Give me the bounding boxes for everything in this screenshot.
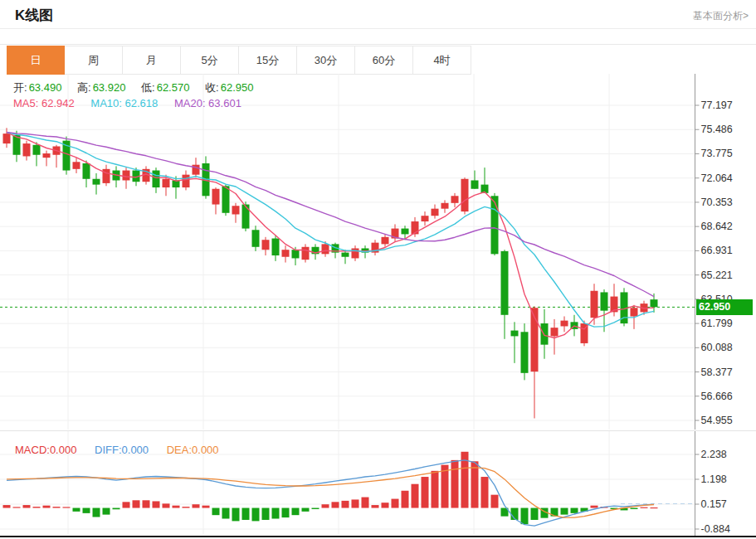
- y-tick-label: 60.088: [701, 342, 733, 353]
- macd-bar: [481, 477, 489, 507]
- ma10-value: MA10: 62.618: [90, 97, 158, 109]
- candle-body: [342, 253, 349, 257]
- macd-bar: [173, 506, 180, 508]
- ma10-line: [7, 133, 654, 328]
- candle-body: [631, 308, 638, 316]
- macd-bar: [312, 508, 319, 509]
- macd-bar: [282, 508, 290, 518]
- macd-bar: [432, 471, 439, 508]
- kline-chart-area[interactable]: 77.19775.48673.77572.06470.35368.64266.9…: [0, 0, 756, 539]
- ma20-line: [7, 133, 654, 297]
- macd-bar: [262, 508, 270, 520]
- macd-bar: [561, 508, 568, 515]
- macd-y-tick-label: 1.198: [701, 473, 727, 485]
- y-tick-label: 77.197: [701, 100, 733, 111]
- macd-bar: [591, 506, 598, 508]
- dea-value: DEA:0.000: [167, 444, 219, 456]
- candle-body: [491, 196, 499, 254]
- macd-bar: [412, 484, 419, 508]
- candle-body: [471, 180, 479, 188]
- ma20-value: MA20: 63.601: [174, 97, 241, 109]
- y-tick-label: 56.666: [701, 391, 733, 402]
- candle-body: [262, 240, 270, 250]
- macd-bar: [362, 498, 369, 508]
- macd-bar: [641, 507, 648, 508]
- macd-bar: [521, 508, 529, 525]
- y-tick-label: 65.221: [701, 270, 733, 281]
- candle-body: [123, 171, 130, 181]
- macd-bar: [93, 508, 100, 517]
- macd-bar: [332, 502, 339, 507]
- macd-bar: [133, 500, 140, 507]
- candle-body: [451, 196, 459, 203]
- macd-bar: [53, 507, 61, 507]
- macd-bar: [63, 507, 71, 507]
- y-tick-label: 72.064: [701, 172, 733, 184]
- candle-body: [93, 179, 100, 185]
- macd-bar: [292, 508, 300, 516]
- macd-bar: [193, 504, 200, 507]
- macd-bar: [451, 460, 459, 508]
- candle-body: [73, 162, 80, 169]
- macd-bar: [113, 508, 120, 510]
- current-price-badge: 62.950: [696, 299, 753, 315]
- candle-body: [402, 229, 409, 235]
- macd-bar: [571, 508, 578, 513]
- macd-bar: [491, 495, 499, 508]
- macd-bar: [342, 501, 349, 508]
- candle-body: [3, 134, 11, 143]
- panel-separator: [0, 430, 756, 431]
- candle-body: [601, 292, 608, 310]
- macd-y-tick-label: 2.238: [701, 449, 727, 460]
- candle-body: [252, 230, 260, 247]
- ma-readout: MA5: 62.942 MA10: 62.618 MA20: 63.601: [13, 97, 255, 109]
- main-candlestick-chart[interactable]: 77.19775.48673.77572.06470.35368.64266.9…: [0, 74, 756, 430]
- candle-body: [83, 163, 90, 179]
- macd-bar: [202, 506, 210, 508]
- chart-bottom-border: [0, 536, 756, 537]
- candle-body: [153, 171, 160, 188]
- macd-bar: [651, 507, 658, 508]
- candle-body: [551, 328, 558, 336]
- macd-bar: [33, 507, 41, 507]
- ohlc-readout: 开:63.490 高:63.920 低:62.570 收:62.950: [13, 80, 266, 95]
- ma5-value: MA5: 62.942: [13, 97, 75, 109]
- macd-bar: [242, 508, 250, 520]
- y-tick-label: 68.642: [701, 221, 733, 232]
- low-label: 低:: [141, 81, 155, 94]
- candle-body: [163, 179, 170, 187]
- candle-body: [322, 244, 329, 254]
- candle-body: [242, 205, 250, 229]
- candle-body: [541, 323, 549, 345]
- macd-bar: [232, 508, 240, 522]
- macd-bar: [83, 508, 90, 513]
- macd-bar: [422, 477, 429, 507]
- macd-value: MACD:0.000: [15, 444, 76, 456]
- candle-body: [521, 332, 529, 373]
- macd-bar: [471, 461, 479, 507]
- macd-bar: [143, 500, 150, 507]
- macd-bar: [43, 506, 51, 508]
- candle-body: [193, 165, 200, 175]
- y-tick-label: 58.377: [701, 367, 733, 378]
- candle-body: [43, 153, 51, 158]
- high-value: 63.920: [93, 81, 126, 94]
- candle-body: [422, 216, 429, 221]
- candle-body: [432, 209, 439, 216]
- macd-bar: [163, 503, 170, 507]
- macd-bar: [302, 508, 310, 512]
- y-tick-label: 66.931: [701, 245, 733, 256]
- open-label: 开:: [13, 81, 27, 94]
- macd-readout: MACD:0.000 DIFF:0.000 DEA:0.000: [15, 444, 234, 456]
- macd-bar: [631, 508, 638, 509]
- candle-body: [23, 143, 31, 156]
- macd-bar: [3, 505, 11, 507]
- macd-bar: [531, 508, 539, 520]
- macd-bar: [103, 508, 110, 515]
- candle-body: [232, 206, 240, 214]
- close-label: 收:: [205, 81, 219, 94]
- y-tick-label: 54.955: [701, 415, 733, 426]
- candle-body: [382, 237, 389, 245]
- macd-bar: [73, 508, 80, 512]
- candle-body: [302, 247, 310, 260]
